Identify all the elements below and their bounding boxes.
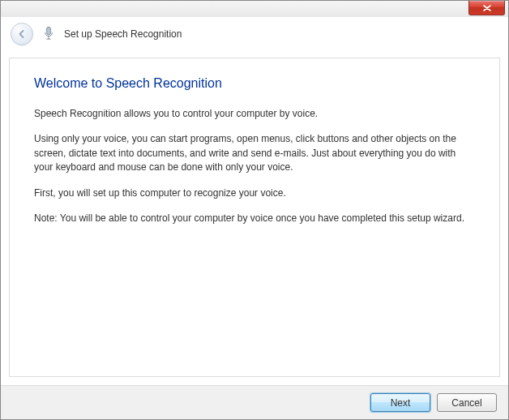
wizard-window: Set up Speech Recognition Welcome to Spe… bbox=[0, 0, 509, 420]
intro-paragraph-1: Speech Recognition allows you to control… bbox=[34, 107, 475, 121]
microphone-icon bbox=[41, 25, 56, 43]
cancel-button[interactable]: Cancel bbox=[437, 393, 497, 412]
intro-paragraph-3: First, you will set up this computer to … bbox=[34, 186, 475, 200]
content-panel: Welcome to Speech Recognition Speech Rec… bbox=[9, 58, 500, 377]
intro-paragraph-2: Using only your voice, you can start pro… bbox=[34, 132, 475, 174]
header: Set up Speech Recognition bbox=[1, 17, 508, 51]
footer: Next Cancel bbox=[1, 385, 508, 419]
titlebar bbox=[1, 1, 508, 17]
back-button[interactable] bbox=[11, 23, 33, 45]
page-heading: Welcome to Speech Recognition bbox=[34, 76, 475, 91]
intro-paragraph-note: Note: You will be able to control your c… bbox=[34, 212, 475, 225]
header-title: Set up Speech Recognition bbox=[64, 28, 182, 40]
close-icon bbox=[483, 5, 491, 11]
close-button[interactable] bbox=[468, 1, 505, 15]
arrow-left-icon bbox=[16, 28, 28, 40]
content-area: Welcome to Speech Recognition Speech Rec… bbox=[1, 51, 508, 385]
next-button[interactable]: Next bbox=[370, 393, 430, 412]
svg-rect-0 bbox=[46, 27, 50, 35]
